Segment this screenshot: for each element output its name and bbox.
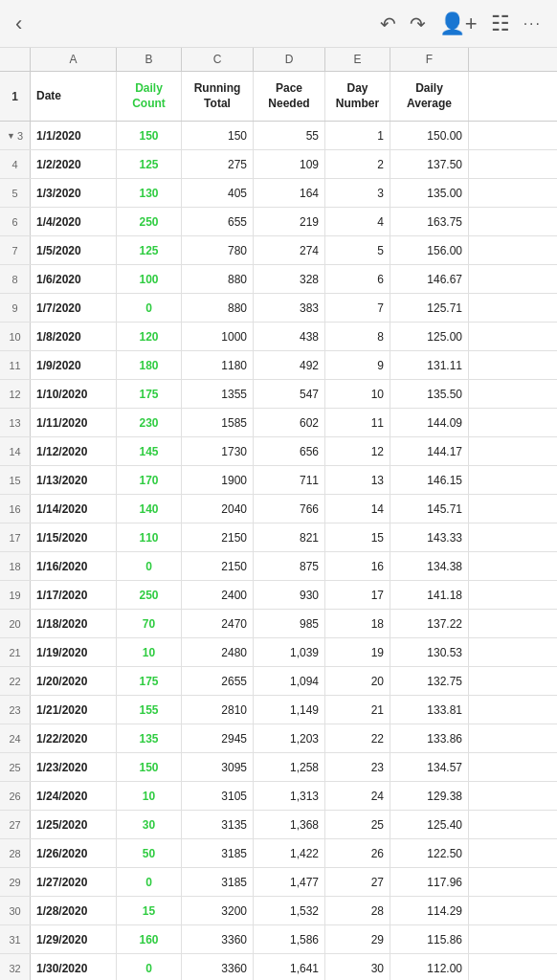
cell-day-number-23[interactable]: 21 (325, 696, 390, 724)
cell-day-number-8[interactable]: 6 (325, 265, 390, 293)
cell-daily-count-16[interactable]: 140 (117, 495, 182, 523)
cell-date-31[interactable]: 1/29/2020 (31, 925, 117, 953)
cell-day-number-26[interactable]: 24 (325, 782, 390, 810)
cell-day-number-22[interactable]: 20 (325, 667, 390, 695)
cell-daily-average-6[interactable]: 163.75 (390, 208, 469, 235)
cell-running-total-26[interactable]: 3105 (182, 782, 254, 810)
cell-date-20[interactable]: 1/18/2020 (31, 610, 117, 637)
cell-daily-average-4[interactable]: 137.50 (390, 150, 469, 178)
cell-date-4[interactable]: 1/2/2020 (31, 150, 117, 178)
cell-date-3[interactable]: 1/1/2020 (31, 122, 117, 149)
cell-date-12[interactable]: 1/10/2020 (31, 380, 117, 408)
cell-pace-needed-16[interactable]: 766 (254, 495, 325, 523)
cell-date-7[interactable]: 1/5/2020 (31, 236, 117, 264)
cell-running-total-10[interactable]: 1000 (182, 323, 254, 350)
cell-day-number-28[interactable]: 26 (325, 839, 390, 867)
cell-daily-count-27[interactable]: 30 (117, 811, 182, 838)
cell-pace-needed-12[interactable]: 547 (254, 380, 325, 408)
header-daily-count[interactable]: Daily Count (117, 72, 182, 121)
cell-running-total-3[interactable]: 150 (182, 122, 254, 149)
cell-date-16[interactable]: 1/14/2020 (31, 495, 117, 523)
cell-daily-count-18[interactable]: 0 (117, 552, 182, 580)
cell-daily-average-11[interactable]: 131.11 (390, 351, 469, 379)
cell-running-total-9[interactable]: 880 (182, 294, 254, 322)
cell-pace-needed-26[interactable]: 1,313 (254, 782, 325, 810)
cell-daily-count-3[interactable]: 150 (117, 122, 182, 149)
cell-pace-needed-7[interactable]: 274 (254, 236, 325, 264)
cell-date-6[interactable]: 1/4/2020 (31, 208, 117, 235)
cell-running-total-24[interactable]: 2945 (182, 724, 254, 752)
cell-pace-needed-17[interactable]: 821 (254, 523, 325, 551)
cell-daily-average-30[interactable]: 114.29 (390, 897, 469, 924)
cell-pace-needed-11[interactable]: 492 (254, 351, 325, 379)
cell-date-13[interactable]: 1/11/2020 (31, 409, 117, 436)
cell-day-number-31[interactable]: 29 (325, 925, 390, 953)
cell-pace-needed-15[interactable]: 711 (254, 466, 325, 494)
cell-day-number-18[interactable]: 16 (325, 552, 390, 580)
cell-daily-count-30[interactable]: 15 (117, 897, 182, 924)
cell-date-23[interactable]: 1/21/2020 (31, 696, 117, 724)
cell-pace-needed-8[interactable]: 328 (254, 265, 325, 293)
cell-daily-count-25[interactable]: 150 (117, 753, 182, 781)
cell-daily-average-31[interactable]: 115.86 (390, 925, 469, 953)
cell-running-total-14[interactable]: 1730 (182, 437, 254, 465)
cell-running-total-27[interactable]: 3135 (182, 811, 254, 838)
cell-daily-count-7[interactable]: 125 (117, 236, 182, 264)
cell-running-total-21[interactable]: 2480 (182, 638, 254, 666)
cell-daily-average-25[interactable]: 134.57 (390, 753, 469, 781)
cell-pace-needed-21[interactable]: 1,039 (254, 638, 325, 666)
cell-running-total-25[interactable]: 3095 (182, 753, 254, 781)
cell-pace-needed-6[interactable]: 219 (254, 208, 325, 235)
cell-day-number-21[interactable]: 19 (325, 638, 390, 666)
cell-pace-needed-31[interactable]: 1,586 (254, 925, 325, 953)
cell-daily-count-10[interactable]: 120 (117, 323, 182, 350)
cell-daily-average-32[interactable]: 112.00 (390, 954, 469, 980)
cell-running-total-6[interactable]: 655 (182, 208, 254, 235)
menu-icon[interactable]: ☷ (491, 11, 510, 36)
cell-date-15[interactable]: 1/13/2020 (31, 466, 117, 494)
cell-day-number-25[interactable]: 23 (325, 753, 390, 781)
cell-day-number-12[interactable]: 10 (325, 380, 390, 408)
cell-running-total-5[interactable]: 405 (182, 179, 254, 207)
cell-daily-count-12[interactable]: 175 (117, 380, 182, 408)
cell-date-24[interactable]: 1/22/2020 (31, 724, 117, 752)
cell-daily-count-14[interactable]: 145 (117, 437, 182, 465)
cell-daily-average-27[interactable]: 125.40 (390, 811, 469, 838)
cell-daily-count-15[interactable]: 170 (117, 466, 182, 494)
cell-day-number-15[interactable]: 13 (325, 466, 390, 494)
cell-daily-average-23[interactable]: 133.81 (390, 696, 469, 724)
cell-pace-needed-30[interactable]: 1,532 (254, 897, 325, 924)
cell-running-total-32[interactable]: 3360 (182, 954, 254, 980)
cell-running-total-11[interactable]: 1180 (182, 351, 254, 379)
cell-day-number-30[interactable]: 28 (325, 897, 390, 924)
cell-daily-count-29[interactable]: 0 (117, 868, 182, 896)
cell-pace-needed-10[interactable]: 438 (254, 323, 325, 350)
cell-daily-count-22[interactable]: 175 (117, 667, 182, 695)
cell-pace-needed-32[interactable]: 1,641 (254, 954, 325, 980)
undo-icon[interactable]: ↶ (380, 12, 396, 35)
cell-daily-average-22[interactable]: 132.75 (390, 667, 469, 695)
cell-day-number-29[interactable]: 27 (325, 868, 390, 896)
cell-running-total-4[interactable]: 275 (182, 150, 254, 178)
cell-date-32[interactable]: 1/30/2020 (31, 954, 117, 980)
cell-pace-needed-18[interactable]: 875 (254, 552, 325, 580)
cell-running-total-7[interactable]: 780 (182, 236, 254, 264)
cell-daily-average-28[interactable]: 122.50 (390, 839, 469, 867)
cell-daily-count-4[interactable]: 125 (117, 150, 182, 178)
cell-day-number-9[interactable]: 7 (325, 294, 390, 322)
cell-pace-needed-3[interactable]: 55 (254, 122, 325, 149)
cell-daily-average-5[interactable]: 135.00 (390, 179, 469, 207)
cell-pace-needed-5[interactable]: 164 (254, 179, 325, 207)
cell-day-number-27[interactable]: 25 (325, 811, 390, 838)
more-icon[interactable]: ··· (524, 15, 542, 33)
col-header-d[interactable]: D (254, 48, 325, 71)
cell-date-26[interactable]: 1/24/2020 (31, 782, 117, 810)
cell-daily-average-9[interactable]: 125.71 (390, 294, 469, 322)
cell-daily-average-10[interactable]: 125.00 (390, 323, 469, 350)
cell-day-number-24[interactable]: 22 (325, 724, 390, 752)
cell-daily-average-19[interactable]: 141.18 (390, 581, 469, 609)
cell-daily-average-7[interactable]: 156.00 (390, 236, 469, 264)
cell-day-number-19[interactable]: 17 (325, 581, 390, 609)
cell-daily-count-9[interactable]: 0 (117, 294, 182, 322)
cell-date-9[interactable]: 1/7/2020 (31, 294, 117, 322)
